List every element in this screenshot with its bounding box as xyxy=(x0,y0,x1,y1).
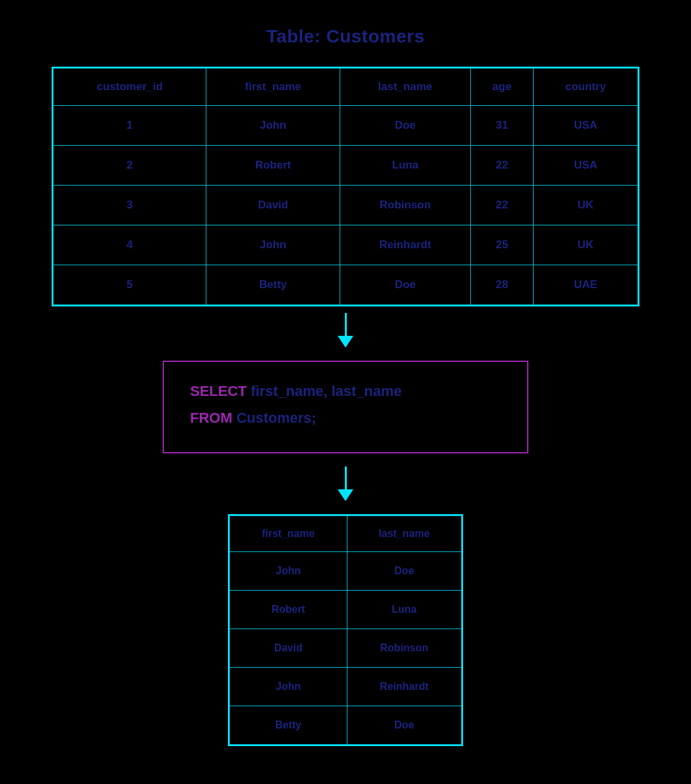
result-table-row: JohnDoe xyxy=(230,552,462,591)
sql-line-1: SELECT first_name, last_name xyxy=(190,380,501,402)
arrow-line-2 xyxy=(345,466,347,489)
source-cell-r4-c2: Doe xyxy=(340,265,471,305)
result-table-body: JohnDoeRobertLunaDavidRobinsonJohnReinha… xyxy=(230,552,462,745)
result-cell-r3-c1: Reinhardt xyxy=(347,668,461,706)
source-cell-r1-c1: Robert xyxy=(206,146,340,186)
sql-keyword-select: SELECT xyxy=(190,383,247,399)
result-cell-r0-c0: John xyxy=(230,552,347,591)
source-cell-r3-c4: UK xyxy=(534,225,638,265)
source-cell-r1-c3: 22 xyxy=(470,146,533,186)
source-col-country: country xyxy=(534,69,638,106)
source-table-row: 1JohnDoe31USA xyxy=(54,106,638,146)
result-cell-r1-c0: Robert xyxy=(230,591,347,629)
source-col-first_name: first_name xyxy=(206,69,340,106)
source-cell-r2-c4: UK xyxy=(534,186,638,225)
result-cell-r1-c1: Luna xyxy=(347,591,461,629)
source-cell-r1-c2: Luna xyxy=(340,146,471,186)
page-title: Table: Customers xyxy=(266,26,425,47)
result-table-row: DavidRobinson xyxy=(230,629,462,668)
source-cell-r1-c0: 2 xyxy=(54,146,206,186)
result-col-last_name: last_name xyxy=(347,516,461,552)
result-col-first_name: first_name xyxy=(230,516,347,552)
source-col-customer_id: customer_id xyxy=(54,69,206,106)
result-cell-r4-c1: Doe xyxy=(347,706,461,745)
source-cell-r0-c2: Doe xyxy=(340,106,471,146)
source-table-header: customer_idfirst_namelast_nameagecountry xyxy=(54,69,638,106)
sql-query-box: SELECT first_name, last_name FROM Custom… xyxy=(163,361,528,453)
sql-rest-from: Customers; xyxy=(233,410,316,426)
result-table-row: JohnReinhardt xyxy=(230,668,462,706)
sql-line-2: FROM Customers; xyxy=(190,407,501,429)
source-col-age: age xyxy=(470,69,533,106)
source-table-row: 2RobertLuna22USA xyxy=(54,146,638,186)
result-table: first_namelast_name JohnDoeRobertLunaDav… xyxy=(228,514,463,746)
arrow-head-2 xyxy=(338,489,353,501)
source-table-body: 1JohnDoe31USA2RobertLuna22USA3DavidRobin… xyxy=(54,106,638,305)
source-cell-r3-c3: 25 xyxy=(470,225,533,265)
source-cell-r2-c3: 22 xyxy=(470,186,533,225)
source-table: customer_idfirst_namelast_nameagecountry… xyxy=(52,67,639,306)
arrow-down-1 xyxy=(338,313,353,348)
source-cell-r0-c0: 1 xyxy=(54,106,206,146)
result-table-row: RobertLuna xyxy=(230,591,462,629)
source-cell-r2-c1: David xyxy=(206,186,340,225)
arrow-line-1 xyxy=(345,313,347,336)
source-cell-r4-c3: 28 xyxy=(470,265,533,305)
source-cell-r2-c2: Robinson xyxy=(340,186,471,225)
arrow-head-1 xyxy=(338,336,353,348)
source-cell-r0-c3: 31 xyxy=(470,106,533,146)
result-cell-r2-c0: David xyxy=(230,629,347,668)
source-cell-r4-c0: 5 xyxy=(54,265,206,305)
result-cell-r2-c1: Robinson xyxy=(347,629,461,668)
source-table-row: 3DavidRobinson22UK xyxy=(54,186,638,225)
result-table-row: BettyDoe xyxy=(230,706,462,745)
result-cell-r4-c0: Betty xyxy=(230,706,347,745)
source-table-row: 5BettyDoe28UAE xyxy=(54,265,638,305)
source-table-row: 4JohnReinhardt25UK xyxy=(54,225,638,265)
result-table-header: first_namelast_name xyxy=(230,516,462,552)
result-cell-r3-c0: John xyxy=(230,668,347,706)
source-cell-r3-c1: John xyxy=(206,225,340,265)
source-cell-r0-c4: USA xyxy=(534,106,638,146)
sql-keyword-from: FROM xyxy=(190,410,233,426)
result-cell-r0-c1: Doe xyxy=(347,552,461,591)
source-cell-r1-c4: USA xyxy=(534,146,638,186)
source-cell-r4-c1: Betty xyxy=(206,265,340,305)
sql-rest-select: first_name, last_name xyxy=(247,383,402,399)
arrow-down-2 xyxy=(338,466,353,501)
source-cell-r3-c0: 4 xyxy=(54,225,206,265)
source-cell-r2-c0: 3 xyxy=(54,186,206,225)
source-cell-r4-c4: UAE xyxy=(534,265,638,305)
source-cell-r0-c1: John xyxy=(206,106,340,146)
source-col-last_name: last_name xyxy=(340,69,471,106)
source-cell-r3-c2: Reinhardt xyxy=(340,225,471,265)
